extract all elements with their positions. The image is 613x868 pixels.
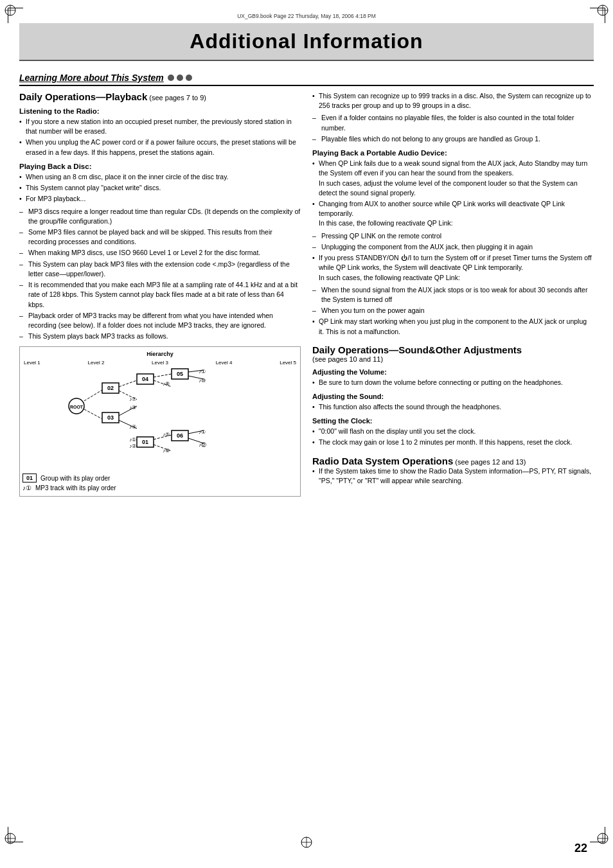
list-item: This System can recognize up to 999 trac… [312, 91, 594, 111]
svg-text:♪⑦: ♪⑦ [129, 396, 136, 402]
crosshair-br [596, 832, 609, 846]
listening-radio-list: If you store a new station into an occup… [19, 117, 301, 157]
adjusting-sound-list: This function also affects the sound thr… [312, 402, 594, 412]
hierarchy-title: Hierarchy [22, 351, 298, 357]
svg-text:♪②: ♪② [129, 443, 136, 449]
svg-text:♪③: ♪③ [129, 405, 136, 411]
crosshair-bl [4, 832, 17, 846]
hierarchy-diagram: Hierarchy Level 1 Level 2 Level 3 Level … [19, 346, 301, 497]
radio-data-subtitle: (see pages 12 and 13) [455, 458, 526, 466]
dash-item: Some MP3 files cannot be played back and… [19, 227, 301, 247]
daily-ops-header: Daily Operations—Playback (see pages 7 t… [19, 91, 301, 102]
svg-text:♪⑫: ♪⑫ [199, 442, 206, 448]
svg-text:01: 01 [142, 439, 148, 445]
radio-data-title: Radio Data System Operations [312, 456, 453, 466]
dash-item: When making MP3 discs, use ISO 9660 Leve… [19, 248, 301, 258]
portable-list-2: If you press STANDBY/ON ⏻/I to turn the … [312, 253, 594, 283]
legend-group: 01 Group with its play order [22, 474, 298, 483]
portable-list: When QP Link fails due to a weak sound s… [312, 159, 594, 229]
playing-disc-heading: Playing Back a Disc: [19, 163, 301, 170]
svg-text:♪⑧: ♪⑧ [163, 381, 170, 387]
hierarchy-levels: Level 1 Level 2 Level 3 Level 4 Level 5 [22, 360, 298, 366]
section-heading-text: Learning More about This System [19, 73, 164, 83]
decorative-dots [168, 75, 192, 81]
list-item: If you press STANDBY/ON ⏻/I to turn the … [312, 253, 594, 283]
listening-radio-heading: Listening to the Radio: [19, 107, 301, 115]
svg-line-14 [84, 390, 102, 401]
svg-text:♪⑤: ♪⑤ [163, 432, 170, 438]
svg-text:06: 06 [177, 432, 183, 439]
svg-text:ROOT: ROOT [70, 405, 84, 409]
svg-line-15 [84, 409, 102, 419]
dash-item: Playable files which do not belong to an… [312, 134, 594, 144]
list-item: Be sure to turn down the volume before c… [312, 378, 594, 387]
svg-line-29 [154, 374, 172, 377]
svg-text:♪①: ♪① [129, 437, 136, 443]
legend-group-box: 01 [22, 474, 37, 483]
adjusting-volume-list: Be sure to turn down the volume before c… [312, 378, 594, 387]
dash-item: When the sound signal from the AUX jack … [312, 285, 594, 305]
svg-text:04: 04 [142, 376, 148, 382]
legend-mp3: ♪① MP3 track with its play order [22, 484, 298, 492]
dash-item: Even if a folder contains no playable fi… [312, 113, 594, 132]
page-title: Additional Information [19, 30, 594, 53]
adjusting-sound-heading: Adjusting the Sound: [312, 393, 594, 400]
radio-data-list: If the System takes time to show the Rad… [312, 466, 594, 486]
dot-1 [168, 75, 174, 81]
dot-2 [177, 75, 183, 81]
dash-item: Playback order of MP3 tracks may be diff… [19, 311, 301, 330]
svg-text:♪⑩: ♪⑩ [199, 378, 206, 384]
list-item: If the System takes time to show the Rad… [312, 466, 594, 486]
list-item: When QP Link fails due to a weak sound s… [312, 159, 594, 198]
daily-ops-subtitle: (see pages 7 to 9) [149, 94, 206, 102]
svg-text:♪①: ♪① [199, 369, 206, 375]
crosshair-tl [4, 4, 17, 18]
file-info: UX_GB9.book Page 22 Thursday, May 18, 20… [19, 13, 594, 19]
page-number: 22 [574, 842, 587, 855]
content-columns: Daily Operations—Playback (see pages 7 t… [19, 91, 594, 502]
list-item: When using an 8 cm disc, place it on the… [19, 172, 301, 182]
title-banner: Additional Information [19, 23, 594, 61]
setting-clock-list: "0:00" will flash on the display until y… [312, 427, 594, 447]
setting-clock-heading: Setting the Clock: [312, 417, 594, 425]
sound-section: Daily Operations—Sound&Other Adjustments… [312, 344, 594, 363]
crosshair-bottom-center [300, 836, 313, 850]
right-items-list: This System can recognize up to 999 trac… [312, 91, 594, 111]
list-item: For MP3 playback... [19, 194, 301, 204]
portable-list-3: QP Link may start working when you just … [312, 317, 594, 336]
adjusting-volume-heading: Adjusting the Volume: [312, 368, 594, 376]
svg-text:05: 05 [177, 371, 183, 377]
dash-item: It is recommended that you make each MP3… [19, 280, 301, 310]
hierarchy-svg: ROOT 02 03 04 [22, 368, 298, 470]
list-item: The clock may gain or lose 1 to 2 minute… [312, 438, 594, 447]
level-label: Level 5 [280, 360, 296, 366]
level-label: Level 2 [88, 360, 105, 366]
dash-item: MP3 discs require a longer readout time … [19, 207, 301, 226]
dash-item: Pressing QP LINK on the remote control [312, 231, 594, 241]
dot-3 [186, 75, 192, 81]
sound-title: Daily Operations—Sound&Other Adjustments [312, 344, 522, 355]
dash-item: Unplugging the component from the AUX ja… [312, 242, 594, 252]
svg-text:03: 03 [107, 414, 114, 421]
list-item: QP Link may start working when you just … [312, 317, 594, 336]
sound-subtitle: (see pages 10 and 11) [312, 355, 383, 363]
svg-text:♪④: ♪④ [129, 424, 136, 430]
dash-item: This System can play back MP3 files with… [19, 260, 301, 279]
list-item: This function also affects the sound thr… [312, 402, 594, 412]
left-column: Daily Operations—Playback (see pages 7 t… [19, 91, 301, 502]
svg-line-20 [119, 380, 137, 387]
list-item: When you unplug the AC power cord or if … [19, 137, 301, 157]
list-item: Changing from AUX to another source whil… [312, 199, 594, 229]
svg-text:♪⑥: ♪⑥ [163, 448, 170, 454]
portable-heading: Playing Back a Portable Audio Device: [312, 149, 594, 157]
playing-disc-list: When using an 8 cm disc, place it on the… [19, 172, 301, 204]
dash-item: When you turn on the power again [312, 306, 594, 315]
svg-text:02: 02 [107, 385, 114, 391]
legend-mp3-label: MP3 track with its play order [35, 484, 116, 492]
crosshair-tr [596, 4, 609, 18]
right-column: This System can recognize up to 999 trac… [312, 91, 594, 502]
radio-data-section: Radio Data System Operations (see pages … [312, 456, 594, 466]
legend-mp3-icon: ♪① [22, 484, 31, 492]
list-item: This System cannot play "packet write" d… [19, 183, 301, 193]
daily-ops-title: Daily Operations—Playback [19, 91, 147, 102]
